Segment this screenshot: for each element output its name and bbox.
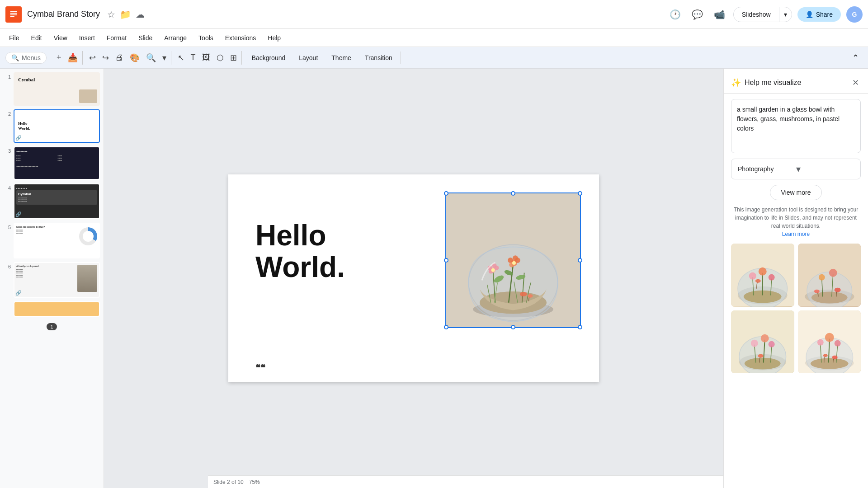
slide-thumb-7[interactable] <box>14 301 100 317</box>
zoom-button[interactable]: 🔍 <box>143 51 159 65</box>
search-menus[interactable]: 🔍 Menus <box>5 52 47 64</box>
slide-number-2: 2 <box>4 111 11 117</box>
slides-panel: 1 Cymbal 2 HelloWorld. 🔗 3 <box>0 69 104 488</box>
select-tool[interactable]: ↖ <box>175 51 187 65</box>
slide-text-line2: World. <box>255 251 345 283</box>
menu-insert[interactable]: Insert <box>74 33 100 43</box>
comments-button[interactable]: 💬 <box>689 6 706 23</box>
star-icon[interactable]: ☆ <box>107 9 115 20</box>
canvas-area: Hello World. <box>104 69 723 488</box>
slide-thumb-2[interactable]: HelloWorld. 🔗 <box>14 109 100 143</box>
slide-thumb-6[interactable]: A family-run & proud. ■■■■■■■■■■■■■■■■■■… <box>14 262 100 298</box>
cloud-icon[interactable]: ☁ <box>136 9 145 20</box>
menu-help[interactable]: Help <box>262 33 286 43</box>
toolbar-collapse-button[interactable]: ⌃ <box>849 51 863 65</box>
menu-format[interactable]: Format <box>101 33 132 43</box>
handle-bottom-left[interactable] <box>444 325 448 329</box>
menu-arrange[interactable]: Arrange <box>159 33 192 43</box>
line-tool[interactable]: ⊞ <box>227 51 240 65</box>
paint-format-button[interactable]: 🎨 <box>127 51 142 65</box>
handle-bottom-middle[interactable] <box>511 325 515 329</box>
meet-button[interactable]: 📹 <box>711 6 728 23</box>
menu-file[interactable]: File <box>4 33 25 43</box>
slide-thumb-1[interactable]: Cymbal <box>14 72 100 106</box>
slideshow-main-button[interactable]: Slideshow <box>734 7 779 22</box>
style-dropdown[interactable]: Photography ▾ <box>731 159 861 179</box>
image-tool[interactable]: 🖼 <box>199 51 213 64</box>
app-logo <box>5 6 22 23</box>
page-indicator: 1 <box>47 323 57 330</box>
add-button[interactable]: + <box>54 51 64 64</box>
svg-point-59 <box>810 358 848 369</box>
shapes-tool[interactable]: ⬡ <box>214 51 226 65</box>
menus-label: Menus <box>22 54 41 61</box>
toolbar-group-undoredo: ↩ ↪ 🖨 🎨 🔍 ▾ <box>85 51 171 65</box>
slide-item-1[interactable]: 1 Cymbal <box>4 72 100 106</box>
grid-image-1[interactable] <box>731 244 794 307</box>
grid-image-2[interactable] <box>798 244 861 307</box>
slide-image[interactable] <box>445 192 581 328</box>
history-button[interactable]: 🕐 <box>667 6 684 23</box>
layout-button[interactable]: Layout <box>292 52 324 64</box>
svg-point-34 <box>755 279 761 283</box>
slide-item-7[interactable] <box>4 301 100 317</box>
theme-button[interactable]: Theme <box>325 52 358 64</box>
menu-extensions[interactable]: Extensions <box>220 33 261 43</box>
panel-close-button[interactable]: ✕ <box>850 76 861 89</box>
top-bar: Cymbal Brand Story ☆ 📁 ☁ 🕐 💬 📹 Slideshow… <box>0 0 868 29</box>
print-button[interactable]: 🖨 <box>113 51 126 64</box>
undo-button[interactable]: ↩ <box>86 51 99 65</box>
linked-icon-6: 🔗 <box>15 290 22 296</box>
svg-point-31 <box>749 272 756 280</box>
slide-canvas[interactable]: Hello World. <box>228 174 599 382</box>
import-button[interactable]: 📥 <box>65 51 80 65</box>
view-more-button[interactable]: View more <box>770 185 822 200</box>
slide-item-2[interactable]: 2 HelloWorld. 🔗 <box>4 109 100 143</box>
grid-image-4[interactable] <box>798 310 861 374</box>
text-tool[interactable]: T <box>188 51 198 64</box>
slide-thumb-5[interactable]: Seem too good to be true? ■■■■■■■■■■■■■■… <box>14 223 100 258</box>
share-icon: 👤 <box>806 11 813 18</box>
background-button[interactable]: Background <box>245 52 292 64</box>
menu-tools[interactable]: Tools <box>193 33 219 43</box>
transition-button[interactable]: Transition <box>359 52 399 64</box>
handle-top-right[interactable] <box>578 191 582 196</box>
zoom-arrow[interactable]: ▾ <box>160 51 169 65</box>
slide-item-4[interactable]: 4 ■ ■ ■ ■ ■ ■ ■ Cymbal ■■■■■■■■■■■■■■■■■… <box>4 183 100 219</box>
share-button[interactable]: 👤 Share <box>797 7 841 22</box>
grid-image-3[interactable] <box>731 310 794 374</box>
slide-main-text[interactable]: Hello World. <box>255 220 345 283</box>
menu-view[interactable]: View <box>48 33 73 43</box>
menu-edit[interactable]: Edit <box>26 33 47 43</box>
handle-middle-left[interactable] <box>444 258 448 263</box>
handle-middle-right[interactable] <box>578 258 582 263</box>
prompt-textarea[interactable]: a small garden in a glass bowl with flow… <box>731 99 861 153</box>
slide-counter: Slide 2 of 10 <box>213 479 244 485</box>
slideshow-dropdown-button[interactable]: ▾ <box>779 7 792 22</box>
user-avatar[interactable]: G <box>846 6 863 23</box>
learn-more-link[interactable]: Learn more <box>782 231 810 237</box>
redo-button[interactable]: ↪ <box>99 51 112 65</box>
terrarium-image <box>446 193 580 327</box>
menu-slide[interactable]: Slide <box>133 33 158 43</box>
svg-point-44 <box>814 290 819 293</box>
svg-point-52 <box>751 339 758 347</box>
slide-item-5[interactable]: 5 Seem too good to be true? ■■■■■■■■■■■■… <box>4 223 100 258</box>
slide-thumb-3[interactable]: ■■■■■■■■ ■■■■■■■■■■■■ ■■■■■■■■■■■■ ■■■■■… <box>14 146 100 180</box>
svg-point-3 <box>480 291 547 314</box>
toolbar-group-tools: ↖ T 🖼 ⬡ ⊞ <box>173 51 242 65</box>
handle-top-middle[interactable] <box>511 191 515 196</box>
handle-bottom-right[interactable] <box>578 325 582 329</box>
doc-icons: ☆ 📁 ☁ <box>107 9 145 20</box>
svg-point-66 <box>823 354 827 357</box>
toolbar-group-layout: Background Layout Theme Transition <box>244 52 401 64</box>
slide-thumb-4[interactable]: ■ ■ ■ ■ ■ ■ ■ Cymbal ■■■■■■■■■■■■■■■■■■■… <box>14 183 100 219</box>
svg-point-41 <box>818 274 825 281</box>
slide-item-6[interactable]: 6 A family-run & proud. ■■■■■■■■■■■■■■■■… <box>4 262 100 298</box>
folder-icon[interactable]: 📁 <box>120 9 131 20</box>
slide-item-3[interactable]: 3 ■■■■■■■■ ■■■■■■■■■■■■ ■■■■■■■■■■■■ ■■■… <box>4 146 100 180</box>
slideshow-button-group: Slideshow ▾ <box>733 7 792 22</box>
handle-top-left[interactable] <box>444 191 448 196</box>
slide-number-3: 3 <box>4 148 11 154</box>
svg-point-65 <box>834 340 840 346</box>
